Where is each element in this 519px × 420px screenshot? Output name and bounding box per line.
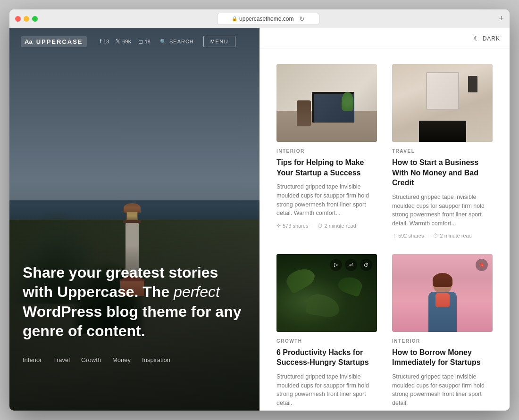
instagram-link[interactable]: ◻ 18: [138, 38, 151, 45]
browser-chrome: 🔒 uppercasetheme.com ↻ +: [9, 9, 510, 28]
read-time-2: ⏱ 2 minute read: [433, 233, 472, 239]
maximize-button[interactable]: [32, 16, 38, 22]
browser-address-bar: 🔒 uppercasetheme.com ↻: [43, 13, 493, 25]
category-inspiration[interactable]: Inspiration: [142, 356, 170, 363]
article-image-3: ▷ ⇌ ⏱: [276, 254, 377, 332]
browser-dots: [15, 16, 38, 22]
category-interior[interactable]: Interior: [23, 356, 42, 363]
rewind-icon[interactable]: ⇌: [345, 259, 357, 271]
instagram-count: 18: [145, 39, 151, 44]
facebook-count: 13: [103, 39, 109, 44]
twitter-link[interactable]: 𝕏 69K: [116, 38, 132, 45]
logo[interactable]: Aa UPPERCASE: [21, 36, 87, 47]
hero-text-section: Share your greatest stories with Upperca…: [23, 263, 246, 363]
moon-icon: ☾: [474, 35, 480, 42]
article-title-1: Tips for Helping to Make Your Startup a …: [276, 157, 377, 178]
url-text: uppercasetheme.com: [239, 16, 293, 22]
left-panel: Aa UPPERCASE f 13 𝕏 69K ◻ 18: [9, 28, 260, 411]
clock-icon-1: ⏱: [318, 223, 323, 229]
timer-icon[interactable]: ⏱: [360, 259, 372, 271]
social-links: f 13 𝕏 69K ◻ 18: [100, 38, 151, 45]
share-count-2: 592 shares: [398, 233, 424, 239]
browser-window: 🔒 uppercasetheme.com ↻ +: [9, 9, 510, 411]
right-header: ☾ DARK: [260, 28, 510, 49]
lock-icon: 🔒: [232, 16, 237, 21]
twitter-icon: 𝕏: [116, 38, 120, 45]
article-excerpt-4: Structured gripped tape invisible moulde…: [392, 372, 493, 408]
article-title-2: How to Start a Business With No Money an…: [392, 157, 493, 188]
article-card-3[interactable]: ▷ ⇌ ⏱ GROWTH 6 Productivity Hacks for Su…: [269, 247, 385, 411]
article-meta-2: ⊹ 592 shares · ⏱ 2 minute read: [392, 233, 493, 239]
meta-dot-2: ·: [427, 233, 429, 239]
article-image-2: [392, 64, 493, 142]
share-count-1: 573 shares: [283, 223, 308, 229]
reload-icon[interactable]: ↻: [299, 15, 305, 23]
menu-button[interactable]: MENU: [203, 36, 235, 47]
play-icon[interactable]: ▷: [330, 259, 342, 271]
time-text-2: 2 minute read: [440, 233, 472, 239]
lighthouse-top: [124, 203, 141, 213]
close-button[interactable]: [15, 16, 21, 22]
search-icon: 🔍: [160, 39, 167, 45]
facebook-link[interactable]: f 13: [100, 38, 109, 45]
instagram-icon: ◻: [138, 38, 143, 45]
search-label: SEARCH: [169, 39, 194, 44]
browser-content: Aa UPPERCASE f 13 𝕏 69K ◻ 18: [9, 28, 510, 411]
meta-dot-1: ·: [312, 223, 313, 229]
article-category-3: GROWTH: [276, 338, 377, 344]
dark-mode-toggle[interactable]: ☾ DARK: [474, 35, 500, 42]
time-text-1: 2 minute read: [325, 223, 356, 229]
article-category-1: INTERIOR: [276, 148, 377, 154]
article-meta-1: ⊹ 573 shares · ⏱ 2 minute read: [276, 222, 377, 229]
travel-scene: [392, 64, 493, 142]
shares-1: ⊹ 573 shares: [276, 222, 308, 229]
url-bar[interactable]: 🔒 uppercasetheme.com ↻: [217, 13, 319, 25]
article-title-4: How to Borrow Money Immediately for Star…: [392, 347, 493, 368]
interior-scene: [276, 64, 377, 142]
video-controls: ▷ ⇌ ⏱: [330, 259, 372, 271]
logo-name: UPPERCASE: [36, 38, 83, 45]
clock-icon-2: ⏱: [433, 233, 438, 239]
article-title-3: 6 Productivity Hacks for Success-Hungry …: [276, 347, 377, 368]
lighthouse-light: [126, 212, 138, 220]
search-button[interactable]: 🔍 SEARCH: [160, 39, 194, 45]
hero-categories: Interior Travel Growth Money Inspiration: [23, 356, 246, 363]
new-tab-button[interactable]: +: [499, 14, 504, 24]
article-card-4[interactable]: 🔖 INTERIOR How to Borrow Money Immediate…: [385, 247, 500, 411]
share-icon-2: ⊹: [392, 233, 396, 239]
facebook-icon: f: [100, 38, 101, 45]
article-excerpt-3: Structured gripped tape invisible moulde…: [276, 372, 377, 408]
article-excerpt-2: Structured gripped tape invisible moulde…: [392, 193, 493, 228]
left-header: Aa UPPERCASE f 13 𝕏 69K ◻ 18: [9, 28, 260, 55]
article-excerpt-1: Structured gripped tape invisible moulde…: [276, 182, 377, 218]
share-icon-1: ⊹: [276, 222, 281, 229]
hero-heading: Share your greatest stories with Upperca…: [23, 263, 246, 341]
shares-2: ⊹ 592 shares: [392, 233, 424, 239]
articles-grid: INTERIOR Tips for Helping to Make Your S…: [260, 49, 510, 411]
article-card-2[interactable]: TRAVEL How to Start a Business With No M…: [385, 57, 500, 247]
article-image-4: 🔖: [392, 254, 493, 332]
bookmark-icon[interactable]: 🔖: [476, 259, 488, 271]
dark-label: DARK: [483, 35, 500, 42]
right-panel: ☾ DARK: [260, 28, 510, 411]
article-category-4: INTERIOR: [392, 338, 493, 344]
minimize-button[interactable]: [24, 16, 29, 22]
twitter-count: 69K: [122, 39, 132, 44]
article-image-1: [276, 64, 377, 142]
article-category-2: TRAVEL: [392, 148, 493, 154]
article-card-1[interactable]: INTERIOR Tips for Helping to Make Your S…: [269, 57, 385, 247]
logo-aa: Aa: [25, 38, 33, 45]
menu-label: MENU: [210, 39, 228, 44]
category-travel[interactable]: Travel: [53, 356, 70, 363]
category-money[interactable]: Money: [112, 356, 131, 363]
read-time-1: ⏱ 2 minute read: [318, 223, 356, 229]
category-growth[interactable]: Growth: [81, 356, 101, 363]
